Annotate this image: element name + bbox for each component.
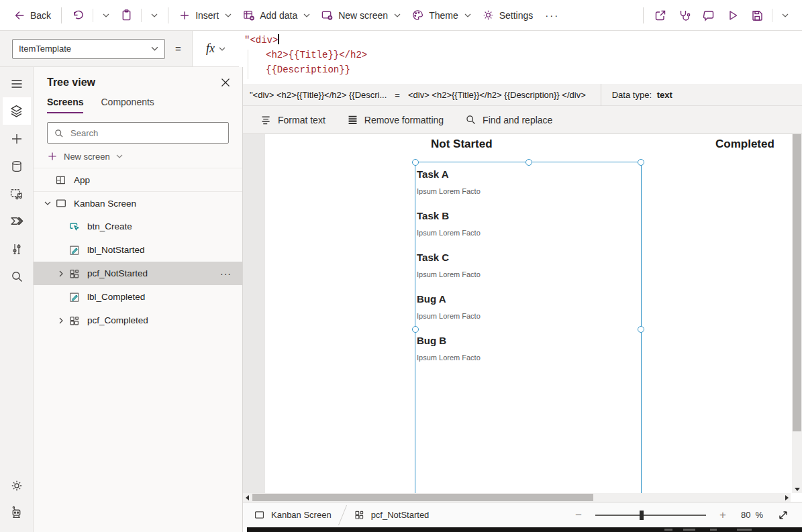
back-button[interactable]: Back [8, 5, 56, 26]
zoom-slider-handle[interactable] [640, 511, 644, 520]
media-rail-icon[interactable] [3, 180, 31, 207]
card-description: Ipsum Lorem Facto [417, 229, 618, 237]
tree-item-label: lbl_Completed [87, 292, 145, 302]
power-automate-rail-icon[interactable] [3, 207, 31, 235]
divider [772, 9, 772, 22]
toolbar-overflow-button[interactable]: ··· [538, 5, 566, 26]
tab-screens[interactable]: Screens [47, 97, 83, 113]
divider [141, 9, 142, 22]
kanban-card[interactable]: Task B Ipsum Lorem Facto [417, 209, 618, 251]
search-input[interactable] [69, 127, 222, 139]
insert-button[interactable]: Insert [173, 5, 237, 26]
chevron-right-icon[interactable] [54, 317, 68, 324]
tree-item-pcf-notstarted[interactable]: pcf_NotStarted ··· [34, 262, 242, 285]
horizontal-scroll-thumb[interactable] [252, 494, 593, 501]
scroll-right-arrow[interactable] [782, 495, 791, 500]
property-selector[interactable]: ItemTemplate [12, 39, 165, 59]
paste-button[interactable] [115, 5, 138, 26]
chevron-right-icon[interactable] [54, 270, 68, 277]
save-dropdown[interactable] [775, 5, 794, 26]
tree-item-pcf-completed[interactable]: pcf_Completed [34, 309, 242, 332]
kanban-card[interactable]: Task C Ipsum Lorem Facto [417, 251, 618, 292]
kanban-card[interactable]: Bug B Ipsum Lorem Facto [417, 334, 618, 376]
breadcrumb-control[interactable]: pcf_NotStarted [343, 502, 440, 527]
vertical-scroll-thumb[interactable] [793, 134, 801, 431]
new-screen-button[interactable]: New screen [315, 5, 406, 26]
fit-to-screen-icon[interactable] [778, 510, 789, 521]
resize-handle-middle-right[interactable] [638, 326, 644, 333]
zoom-out-button[interactable]: − [571, 509, 586, 522]
screen-icon [55, 197, 72, 209]
resize-handle-top-left[interactable] [412, 159, 419, 166]
share-button[interactable] [648, 5, 672, 26]
close-icon[interactable] [221, 78, 230, 87]
format-text-button[interactable]: Format text [252, 109, 334, 131]
add-data-button[interactable]: Add data [237, 5, 315, 26]
variables-rail-icon[interactable] [3, 235, 31, 262]
tree-item-lbl-completed[interactable]: lbl_Completed [34, 285, 242, 309]
vertical-scrollbar[interactable] [792, 134, 802, 493]
comments-button[interactable] [697, 5, 721, 26]
text-cursor [278, 34, 279, 44]
kanban-card[interactable]: Task A Ipsum Lorem Facto [417, 168, 618, 209]
kanban-screen-canvas[interactable]: Not Started Completed Task A Ipsum Lorem… [265, 134, 791, 493]
column-header-completed: Completed [715, 138, 774, 151]
code-line-1: "<div> [244, 35, 278, 46]
theme-button[interactable]: Theme [406, 5, 477, 26]
kanban-card[interactable]: Bug A Ipsum Lorem Facto [417, 292, 618, 334]
search-rail-icon[interactable] [3, 262, 31, 290]
undo-dropdown[interactable] [96, 5, 115, 26]
screen-icon [254, 509, 265, 521]
powerapps-studio: Back [0, 0, 802, 532]
tree-item-btn-create[interactable]: btn_Create [34, 215, 242, 238]
remove-formatting-button[interactable]: Remove formatting [339, 109, 452, 131]
top-toolbar: Back [0, 0, 802, 31]
horizontal-scroll-track[interactable] [252, 493, 782, 502]
settings-button[interactable]: Settings [477, 5, 539, 26]
taskbar-glyph [710, 529, 717, 531]
resize-handle-top-center[interactable] [525, 159, 532, 166]
divider [93, 9, 93, 22]
insert-rail-icon[interactable] [3, 125, 31, 152]
data-type-value: text [657, 90, 672, 100]
tree-item-label: pcf_NotStarted [87, 268, 148, 278]
code-line-3: {{Description}} [244, 62, 802, 77]
hamburger-menu-icon[interactable] [3, 70, 31, 97]
zoom-slider[interactable] [595, 515, 706, 516]
chevron-down-icon[interactable] [40, 200, 55, 207]
save-button[interactable] [745, 5, 769, 26]
tree-item-lbl-notstarted[interactable]: lbl_NotStarted [34, 238, 242, 262]
chevron-down-icon [116, 154, 123, 158]
settings-rail-icon[interactable] [3, 472, 31, 499]
paste-dropdown[interactable] [144, 5, 163, 26]
tree-view-header: Tree view [34, 67, 242, 93]
format-text-label: Format text [278, 115, 325, 125]
new-screen-tree-button[interactable]: New screen [34, 144, 242, 168]
play-button[interactable] [721, 5, 745, 26]
indent-guide [248, 50, 248, 79]
tree-item-label: App [74, 175, 90, 185]
horizontal-scrollbar[interactable] [243, 493, 791, 502]
remove-formatting-label: Remove formatting [364, 115, 444, 125]
app-checker-button[interactable] [672, 5, 697, 26]
theme-label: Theme [429, 10, 458, 21]
resize-handle-top-right[interactable] [638, 159, 644, 166]
tree-view-icon[interactable] [3, 97, 31, 125]
virtual-agent-rail-icon[interactable] [3, 499, 31, 527]
tree-item-app[interactable]: App [34, 168, 242, 191]
zoom-in-button[interactable]: + [715, 509, 730, 522]
fx-dropdown[interactable]: fx [192, 31, 239, 67]
item-more-menu[interactable]: ··· [220, 268, 232, 279]
find-replace-button[interactable]: Find and replace [457, 109, 560, 131]
data-rail-icon[interactable] [3, 152, 31, 180]
undo-button[interactable] [66, 5, 90, 26]
scroll-down-arrow[interactable] [792, 487, 802, 491]
formula-editor[interactable]: "<div> <h2>{{Title}}</h2> {{Description}… [239, 31, 802, 84]
tab-components[interactable]: Components [101, 97, 154, 113]
scroll-left-arrow[interactable] [243, 495, 252, 500]
clipboard-icon [120, 9, 133, 21]
new-screen-tree-label: New screen [64, 152, 110, 162]
breadcrumb-screen-label: Kanban Screen [271, 510, 332, 520]
tree-item-kanban-screen[interactable]: Kanban Screen [34, 191, 242, 215]
breadcrumb-screen[interactable]: Kanban Screen [243, 502, 342, 527]
